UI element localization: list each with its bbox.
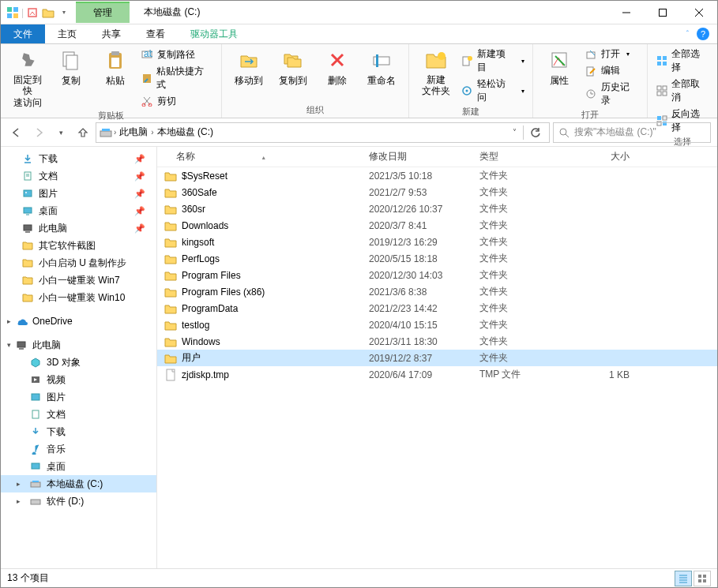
tab-file[interactable]: 文件	[1, 24, 45, 43]
table-row[interactable]: kingsoft2019/12/3 16:29文件夹	[157, 234, 717, 250]
maximize-button[interactable]	[645, 1, 681, 24]
rename-button[interactable]: 重命名	[363, 47, 400, 88]
qat-newfolder-icon[interactable]	[41, 6, 55, 20]
navigation-pane[interactable]: 下载📌 文档📌 图片📌 桌面📌 此电脑📌 其它软件截图 小白启动 U 盘制作步 …	[1, 147, 157, 568]
column-header-size[interactable]: 大小	[566, 150, 630, 163]
qat-dropdown-icon[interactable]: ▾	[57, 6, 71, 20]
file-list[interactable]: $SysReset2021/3/5 10:18文件夹360Safe2021/2/…	[157, 167, 717, 568]
nav-downloads[interactable]: 下载📌	[1, 150, 156, 167]
crumb-thispc[interactable]: 此电脑	[118, 125, 149, 139]
chevron-down-icon[interactable]: ▾	[7, 341, 11, 349]
nav-onedrive[interactable]: ▸OneDrive	[1, 313, 156, 330]
table-row[interactable]: 用户2019/12/2 8:37文件夹	[157, 350, 717, 366]
chevron-right-icon[interactable]: ▸	[17, 497, 21, 505]
table-row[interactable]: Downloads2020/3/7 8:41文件夹	[157, 217, 717, 234]
search-input[interactable]: 搜索"本地磁盘 (C:)"	[553, 122, 711, 143]
column-header-type[interactable]: 类型	[479, 150, 566, 163]
pin-icon: 📌	[134, 171, 152, 182]
tab-drive-tools[interactable]: 驱动器工具	[178, 24, 250, 43]
back-button[interactable]	[7, 123, 26, 142]
nav-desktop2[interactable]: 桌面	[1, 458, 156, 475]
column-header-date[interactable]: 修改日期	[369, 150, 479, 163]
refresh-button[interactable]	[525, 127, 546, 138]
nav-folder-screenshots[interactable]: 其它软件截图	[1, 237, 156, 254]
selectnone-icon	[656, 84, 668, 97]
cut-button[interactable]: 剪切	[141, 95, 213, 108]
column-header-name[interactable]: 名称 ▲	[164, 150, 369, 163]
table-row[interactable]: Program Files2020/12/30 14:03文件夹	[157, 267, 717, 283]
recent-dropdown[interactable]: ▾	[51, 123, 70, 142]
nav-folder-xiaobai-win7[interactable]: 小白一键重装 Win7	[1, 272, 156, 289]
nav-drive-d[interactable]: ▸软件 (D:)	[1, 492, 156, 510]
nav-3dobjects[interactable]: 3D 对象	[1, 354, 156, 371]
easyaccess-button[interactable]: 轻松访问▾	[460, 77, 524, 104]
properties-button[interactable]: 属性	[541, 47, 579, 88]
newitem-button[interactable]: 新建项目▾	[460, 47, 524, 74]
selectall-button[interactable]: 全部选择	[656, 47, 709, 74]
pin-icon: 📌	[134, 206, 152, 216]
copyto-button[interactable]: 复制到	[274, 47, 312, 88]
table-row[interactable]: PerfLogs2020/5/15 18:18文件夹	[157, 250, 717, 267]
tab-home[interactable]: 主页	[45, 24, 89, 43]
cell-name: 360Safe	[182, 187, 369, 198]
forward-button[interactable]	[29, 123, 48, 142]
contextual-tab-manage[interactable]: 管理	[76, 2, 130, 23]
delete-button[interactable]: 删除	[318, 47, 356, 88]
chevron-right-icon[interactable]: ▸	[17, 480, 21, 488]
nav-downloads2[interactable]: 下载	[1, 423, 156, 440]
svg-point-21	[438, 52, 445, 60]
crumb-drive[interactable]: 本地磁盘 (C:)	[156, 125, 215, 139]
chevron-right-icon[interactable]: ▸	[7, 317, 11, 325]
nav-documents2[interactable]: 文档	[1, 406, 156, 423]
address-dropdown-icon[interactable]: ˅	[508, 128, 521, 137]
cell-date: 2021/3/11 18:30	[369, 336, 479, 347]
nav-folder-xiaobai-u[interactable]: 小白启动 U 盘制作步	[1, 254, 156, 272]
copy-button[interactable]: 复制	[53, 47, 91, 88]
newfolder-button[interactable]: 新建 文件夹	[417, 47, 455, 97]
table-row[interactable]: testlog2020/4/10 15:15文件夹	[157, 316, 717, 333]
table-row[interactable]: Windows2021/3/11 18:30文件夹	[157, 333, 717, 350]
open-button[interactable]: 打开▾	[585, 47, 638, 61]
paste-button[interactable]: 粘贴	[96, 47, 134, 88]
nav-folder-xiaobai-win10[interactable]: 小白一键重装 Win10	[1, 289, 156, 306]
svg-rect-20	[376, 54, 378, 67]
table-row[interactable]: 360sr2020/12/26 10:37文件夹	[157, 200, 717, 217]
copy-path-button[interactable]: abc复制路径	[141, 48, 213, 62]
chevron-right-icon[interactable]: ›	[114, 128, 116, 137]
cell-name: kingsoft	[182, 237, 369, 248]
nav-thispc[interactable]: ▾此电脑	[1, 336, 156, 354]
address-bar[interactable]: › 此电脑 › 本地磁盘 (C:) ˅	[96, 122, 550, 143]
table-row[interactable]: zjdiskp.tmp2020/6/4 17:09TMP 文件1 KB	[157, 366, 717, 383]
nav-documents[interactable]: 文档📌	[1, 167, 156, 185]
view-details-button[interactable]	[675, 571, 692, 586]
nav-pictures2[interactable]: 图片	[1, 388, 156, 406]
paste-shortcut-button[interactable]: 粘贴快捷方式	[141, 65, 213, 92]
view-icons-button[interactable]	[694, 571, 711, 586]
qat-properties-icon[interactable]	[25, 6, 39, 20]
table-row[interactable]: $SysReset2021/3/5 10:18文件夹	[157, 167, 717, 184]
moveto-button[interactable]: 移动到	[230, 47, 268, 88]
table-row[interactable]: 360Safe2021/2/7 9:53文件夹	[157, 184, 717, 200]
minimize-button[interactable]	[608, 1, 645, 24]
close-button[interactable]	[681, 1, 717, 24]
nav-drive-c[interactable]: ▸本地磁盘 (C:)	[1, 475, 156, 492]
nav-pictures[interactable]: 图片📌	[1, 185, 156, 202]
edit-button[interactable]: 编辑	[585, 64, 638, 77]
tab-view[interactable]: 查看	[133, 24, 178, 43]
nav-desktop[interactable]: 桌面📌	[1, 202, 156, 219]
tab-share[interactable]: 共享	[89, 24, 133, 43]
ribbon-collapse-icon[interactable]: ˆ	[686, 30, 689, 39]
selectnone-button[interactable]: 全部取消	[656, 77, 709, 104]
chevron-right-icon[interactable]: ›	[151, 128, 153, 137]
help-icon[interactable]: ?	[697, 28, 709, 40]
nav-videos[interactable]: 视频	[1, 371, 156, 388]
history-button[interactable]: 历史记录	[585, 81, 638, 107]
nav-music[interactable]: 音乐	[1, 440, 156, 458]
svg-point-44	[560, 129, 566, 135]
table-row[interactable]: ProgramData2021/2/23 14:42文件夹	[157, 300, 717, 316]
desktop-icon	[21, 204, 34, 217]
nav-thispc-qa[interactable]: 此电脑📌	[1, 219, 156, 237]
table-row[interactable]: Program Files (x86)2021/3/6 8:38文件夹	[157, 283, 717, 300]
pin-quickaccess-button[interactable]: 固定到快 速访问	[9, 47, 47, 108]
up-button[interactable]	[73, 123, 92, 142]
